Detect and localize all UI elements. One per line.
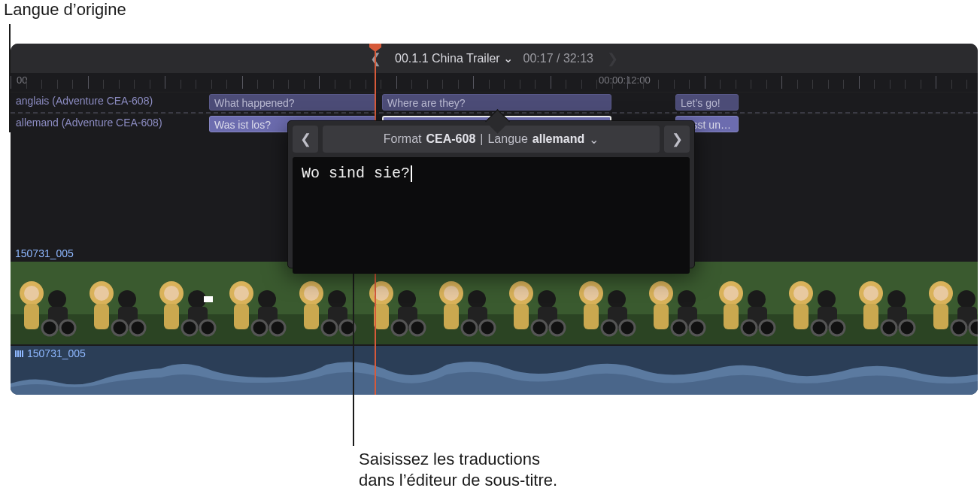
svg-point-62 xyxy=(480,320,495,335)
svg-point-66 xyxy=(514,286,529,301)
svg-point-86 xyxy=(678,290,696,308)
language-value: allemand xyxy=(532,132,584,146)
svg-point-71 xyxy=(550,320,565,335)
history-forward-button[interactable]: ❯ xyxy=(593,50,632,67)
callout-leader-bottom xyxy=(353,258,354,446)
format-separator: | xyxy=(480,132,483,146)
svg-rect-103 xyxy=(793,304,809,329)
svg-point-16 xyxy=(112,320,127,335)
svg-rect-4 xyxy=(24,304,39,329)
svg-rect-49 xyxy=(374,304,389,329)
svg-rect-13 xyxy=(94,304,109,329)
svg-rect-76 xyxy=(584,304,599,329)
svg-rect-58 xyxy=(444,304,459,329)
svg-point-84 xyxy=(654,286,669,301)
ruler-ticks xyxy=(11,73,978,92)
caption-clip[interactable]: What happened? xyxy=(209,94,376,111)
chevron-down-icon: ⌄ xyxy=(503,52,513,65)
svg-point-89 xyxy=(690,320,705,335)
svg-point-57 xyxy=(444,286,459,301)
selection-marker xyxy=(204,296,213,302)
svg-point-97 xyxy=(742,320,757,335)
caption-row-label: allemand (Adventure CEA-608) xyxy=(16,117,162,129)
format-label: Format xyxy=(384,132,422,146)
svg-rect-112 xyxy=(863,304,878,329)
svg-point-59 xyxy=(468,290,486,308)
svg-point-39 xyxy=(304,286,319,301)
timecode-separator: / xyxy=(557,52,560,65)
svg-point-106 xyxy=(812,320,827,335)
editor-format-dropdown[interactable]: Format CEA-608 | Langue allemand ⌄ xyxy=(323,126,660,153)
caption-clip[interactable]: Let’s go! xyxy=(675,94,739,111)
svg-point-21 xyxy=(164,286,179,301)
svg-point-35 xyxy=(270,320,285,335)
svg-point-98 xyxy=(760,320,775,335)
editor-next-button[interactable]: ❯ xyxy=(664,126,690,153)
timeline-titlebar: ❮ 00.1.1 China Trailer ⌄ 00:17 / 32:13 ❯ xyxy=(11,44,978,73)
svg-point-102 xyxy=(793,286,809,301)
video-track[interactable] xyxy=(11,262,978,344)
svg-rect-85 xyxy=(654,304,669,329)
svg-point-52 xyxy=(392,320,407,335)
svg-point-30 xyxy=(234,286,249,301)
chevron-down-icon: ⌄ xyxy=(589,132,599,147)
editor-prev-button[interactable]: ❮ xyxy=(293,126,318,153)
svg-point-61 xyxy=(462,320,477,335)
timecode-current: 00:17 xyxy=(523,52,553,65)
callout-label-bottom: Saisissez les traductions dans l’éditeur… xyxy=(359,449,557,491)
svg-point-111 xyxy=(863,286,878,301)
svg-point-77 xyxy=(608,290,626,308)
svg-point-26 xyxy=(200,320,215,335)
svg-point-122 xyxy=(957,290,975,308)
language-label: Langue xyxy=(487,132,527,146)
svg-rect-22 xyxy=(164,304,179,329)
svg-point-7 xyxy=(42,320,57,335)
svg-rect-31 xyxy=(234,304,249,329)
caption-text-value: Wo sind sie? xyxy=(302,165,410,182)
svg-point-43 xyxy=(322,320,337,335)
svg-point-75 xyxy=(584,286,599,301)
video-clip-name: 150731_005 xyxy=(15,247,74,259)
svg-point-88 xyxy=(672,320,687,335)
svg-rect-40 xyxy=(304,304,319,329)
svg-rect-94 xyxy=(724,304,739,329)
audio-track[interactable]: 150731_005 xyxy=(11,346,978,395)
svg-point-12 xyxy=(94,286,109,301)
svg-point-93 xyxy=(724,286,739,301)
svg-point-14 xyxy=(118,290,136,308)
audio-clip-name: 150731_005 xyxy=(15,347,86,359)
time-ruler[interactable]: 00 00:00:12:00 xyxy=(11,73,978,92)
caption-text-input[interactable]: Wo sind sie? xyxy=(293,157,690,274)
svg-point-41 xyxy=(328,290,346,308)
svg-point-32 xyxy=(258,290,276,308)
svg-point-50 xyxy=(398,290,416,308)
svg-point-116 xyxy=(900,320,915,335)
svg-point-79 xyxy=(602,320,617,335)
svg-point-107 xyxy=(830,320,845,335)
svg-point-34 xyxy=(252,320,267,335)
svg-point-53 xyxy=(410,320,425,335)
svg-point-120 xyxy=(933,286,948,301)
caption-row-label: anglais (Adventure CEA-608) xyxy=(16,95,153,107)
svg-point-68 xyxy=(538,290,556,308)
callout-label-top: Langue d’origine xyxy=(4,0,126,20)
svg-point-5 xyxy=(48,290,66,308)
format-value: CEA-608 xyxy=(426,132,475,146)
caption-clip[interactable]: Where are they? xyxy=(382,94,611,111)
timecode-total: 32:13 xyxy=(563,52,593,65)
svg-point-3 xyxy=(24,286,39,301)
text-cursor xyxy=(411,165,412,182)
svg-rect-121 xyxy=(933,304,948,329)
svg-point-115 xyxy=(881,320,897,335)
svg-point-104 xyxy=(818,290,836,308)
svg-point-95 xyxy=(748,290,766,308)
svg-point-8 xyxy=(60,320,75,335)
project-name: 00.1.1 China Trailer xyxy=(395,52,500,65)
caption-row-source: anglais (Adventure CEA-608) What happene… xyxy=(11,92,978,112)
svg-rect-67 xyxy=(514,304,529,329)
project-title-dropdown[interactable]: 00.1.1 China Trailer ⌄ xyxy=(395,51,513,65)
audio-waveform xyxy=(11,346,978,395)
caption-editor-popover: ❮ Format CEA-608 | Langue allemand ⌄ ❯ W… xyxy=(287,120,695,268)
svg-point-48 xyxy=(374,286,389,301)
svg-point-80 xyxy=(620,320,635,335)
